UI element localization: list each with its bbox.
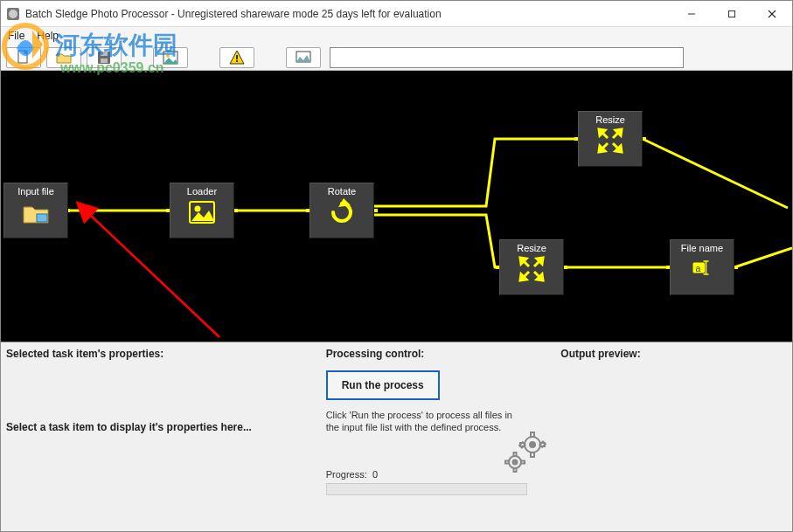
window-title: Batch Sledge Photo Processor - Unregiste…: [25, 8, 671, 20]
toolbar-image-button[interactable]: [153, 47, 188, 68]
title-bar: Batch Sledge Photo Processor - Unregiste…: [1, 1, 792, 27]
toolbar-new-button[interactable]: [6, 47, 41, 68]
gears-icon: [499, 431, 552, 474]
resize-icon: [596, 127, 624, 155]
panel-selected-properties: Selected task item's properties: Select …: [6, 348, 317, 527]
svg-point-61: [530, 442, 535, 447]
toolbar-warning-button[interactable]: [219, 47, 254, 68]
progress-label: Progress:: [326, 469, 367, 480]
svg-point-69: [513, 459, 518, 464]
panel-title: Selected task item's properties:: [6, 348, 317, 360]
node-rotate[interactable]: Rotate: [310, 183, 374, 238]
node-label: Input file: [17, 186, 54, 197]
node-label: Resize: [517, 243, 546, 253]
progress-bar: [326, 483, 527, 495]
bottom-panels: Selected task item's properties: Select …: [1, 342, 792, 532]
svg-rect-3: [729, 10, 735, 17]
graph-canvas[interactable]: Input file Loader Rotate Resize: [1, 71, 792, 342]
svg-point-14: [166, 54, 170, 58]
svg-rect-71: [514, 468, 517, 472]
minimize-button[interactable]: [671, 1, 712, 26]
toolbar-open-button[interactable]: [46, 47, 81, 68]
svg-point-34: [195, 206, 201, 212]
menu-help[interactable]: Help: [37, 30, 59, 42]
node-label: File name: [681, 243, 723, 253]
image-icon: [188, 198, 216, 226]
processing-hint: Click 'Run the process' to process all f…: [326, 409, 518, 434]
svg-rect-62: [531, 432, 534, 437]
toolbar-combo[interactable]: [330, 47, 684, 68]
svg-rect-72: [505, 460, 509, 463]
svg-rect-18: [236, 60, 238, 62]
svg-rect-63: [531, 453, 534, 457]
toolbar-preview-button[interactable]: [286, 47, 321, 68]
svg-text:a: a: [696, 263, 701, 273]
svg-rect-32: [37, 214, 47, 222]
svg-rect-12: [101, 59, 108, 63]
close-button[interactable]: [752, 1, 792, 26]
toolbar-save-button[interactable]: [87, 47, 122, 68]
resize-icon: [518, 255, 546, 283]
folder-icon: [22, 198, 50, 226]
node-filename[interactable]: File name a: [670, 239, 734, 295]
svg-rect-73: [521, 460, 525, 463]
selected-placeholder: Select a task item to display it's prope…: [6, 421, 317, 433]
toolbar: 河东软件园 www.pc0359.cn: [1, 45, 792, 71]
rotate-icon: [328, 198, 356, 226]
node-label: Resize: [595, 114, 625, 125]
svg-rect-11: [101, 52, 108, 56]
node-resize-top[interactable]: Resize: [578, 111, 643, 167]
node-label: Rotate: [328, 186, 356, 197]
app-icon: [6, 7, 20, 21]
node-input-file[interactable]: Input file: [3, 183, 68, 238]
menu-bar: File Help: [1, 27, 792, 45]
svg-rect-17: [236, 55, 238, 59]
panel-processing-control: Processing control: Run the process Clic…: [326, 348, 553, 527]
text-cursor-icon: a: [688, 255, 716, 283]
node-label: Loader: [187, 186, 217, 197]
svg-marker-35: [191, 211, 214, 221]
svg-rect-70: [514, 453, 517, 456]
run-process-button[interactable]: Run the process: [326, 370, 440, 400]
menu-file[interactable]: File: [8, 30, 24, 42]
panel-output-preview: Output preview:: [560, 348, 787, 527]
svg-point-1: [9, 10, 17, 18]
panel-title: Output preview:: [560, 348, 787, 360]
node-resize-bottom[interactable]: Resize: [499, 239, 564, 295]
progress-value: 0: [372, 469, 378, 480]
maximize-button[interactable]: [712, 1, 752, 26]
node-loader[interactable]: Loader: [170, 183, 234, 238]
panel-title: Processing control:: [326, 348, 553, 360]
